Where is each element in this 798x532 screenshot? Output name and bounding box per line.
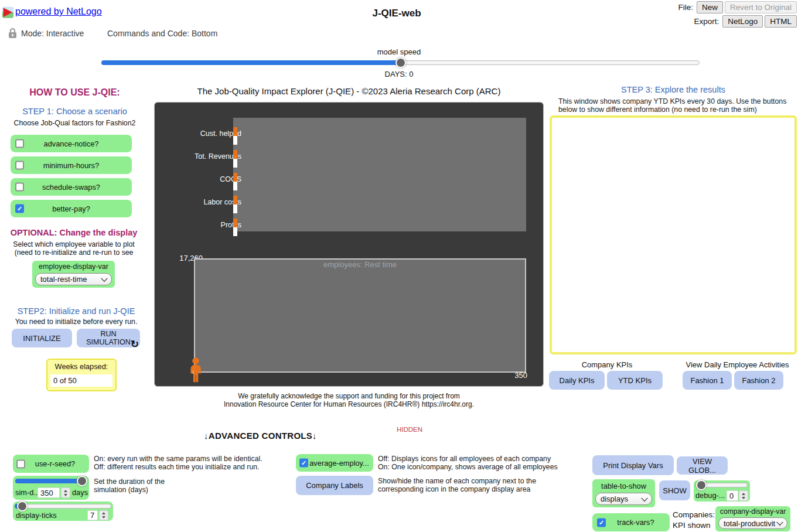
debug-spinner[interactable]	[739, 490, 748, 501]
companies-label-line2: KPI shown	[673, 521, 711, 530]
chooser-label: company-display-var	[715, 507, 790, 516]
optional-line1: Select which employee variable to plot	[0, 240, 148, 248]
sim-duration-slider[interactable]: sim-d... 350 days	[13, 476, 89, 500]
run-simulation-button[interactable]: RUN SIMULATION	[77, 329, 140, 347]
employee-display-var-chooser: employee-display-var total-rest-time	[32, 261, 115, 288]
debug-value-input[interactable]: 0	[727, 490, 738, 501]
kpi-bar-orange	[233, 196, 237, 204]
optional-line2: (need to re-initialize and re-run to see	[0, 248, 148, 257]
plot-series-label: employees: Rest time	[195, 260, 525, 269]
slider-label: debug-...	[695, 491, 725, 500]
table-to-show-select[interactable]: displays	[595, 493, 652, 505]
export-label: Export:	[694, 17, 719, 26]
company-labels-desc1: Show/hide the name of each company next …	[378, 477, 536, 485]
employee-person-icon	[187, 357, 204, 383]
chevron-down-icon	[776, 519, 783, 526]
average-employees-checkbox[interactable]	[299, 459, 308, 468]
company-display-var-select[interactable]: total-productivit	[718, 517, 787, 529]
selected-value: displays	[601, 495, 628, 503]
track-vars-checkbox[interactable]	[597, 518, 606, 527]
step3-desc-line2: below to show different information (no …	[558, 105, 757, 114]
ytd-kpis-button[interactable]: YTD KPIs	[607, 371, 663, 390]
switch-label: use-r-seed?	[27, 459, 75, 468]
model-title: The Job-Quality Impact Explorer (J-QIE) …	[154, 86, 544, 96]
advance-notice-checkbox[interactable]	[15, 139, 24, 148]
slider-label: sim-d...	[15, 488, 40, 497]
avg-emp-desc2: On: One icon/company, shows average of a…	[378, 463, 558, 471]
app-root: powered by NetLogo J-QIE-web File: New R…	[0, 0, 798, 532]
switch-schedule-swaps[interactable]: schedule-swaps?	[11, 178, 132, 196]
view-daily-label: View Daily Employee Activities	[677, 360, 798, 369]
plot-x-max: 350	[506, 371, 527, 380]
kpi-bar-orange	[233, 150, 237, 159]
employee-display-var-select[interactable]: total-rest-time	[35, 273, 112, 285]
debug-knob[interactable]	[696, 480, 707, 490]
sim-duration-value-input[interactable]: 350	[37, 487, 60, 498]
sim-duration-desc1: Set the duration of the	[94, 478, 165, 486]
weeks-value: 0 of 50	[50, 374, 112, 387]
minimum-hours-checkbox[interactable]	[15, 161, 24, 170]
schedule-swaps-checkbox[interactable]	[15, 183, 24, 192]
sim-duration-spinner[interactable]	[61, 487, 70, 498]
file-new-button[interactable]: New	[697, 1, 723, 13]
netlogo-logo-icon	[2, 6, 14, 18]
chooser-label: table-to-show	[592, 482, 655, 490]
use-r-seed-desc1: On: every run with the same params will …	[94, 455, 262, 463]
file-label: File:	[678, 3, 693, 12]
model-speed-knob[interactable]	[395, 57, 406, 68]
daily-kpis-button[interactable]: Daily KPIs	[549, 371, 605, 390]
kpi-bar-white	[233, 204, 237, 213]
switch-track-vars[interactable]: track-vars?	[592, 513, 670, 531]
hidden-badge: HIDDEN	[397, 426, 422, 433]
model-speed-slider[interactable]	[101, 57, 700, 68]
avg-emp-desc1: Off: Displays icons for all employees of…	[378, 455, 551, 463]
display-ticks-slider[interactable]: display-ticks 7	[13, 502, 113, 521]
kpi-bar-white	[233, 159, 237, 168]
powered-by-netlogo-link[interactable]: powered by NetLogo	[15, 6, 102, 17]
switch-label: advance-notice?	[44, 139, 99, 148]
step3-desc-line1: This window shows company YTD KPIs every…	[558, 97, 786, 105]
fashion2-button[interactable]: Fashion 2	[734, 371, 783, 390]
company-labels-button[interactable]: Company Labels	[296, 476, 373, 495]
display-ticks-knob[interactable]	[17, 501, 28, 511]
fashion1-button[interactable]: Fashion 1	[683, 371, 732, 390]
mode-label: Mode: Interactive	[21, 29, 84, 38]
file-revert-button: Revert to Original	[725, 1, 797, 13]
use-r-seed-checkbox[interactable]	[16, 459, 25, 468]
kpi-label: Profits	[155, 221, 241, 229]
selected-value: total-productivit	[724, 519, 775, 528]
kpi-output-box	[550, 115, 797, 354]
employee-plot-area: employees: Rest time	[194, 258, 526, 373]
ack-line1: We gratefully acknowledge the support an…	[154, 393, 544, 401]
step1-heading: STEP 1: Choose a scenario	[6, 107, 144, 116]
kpi-label: Labor costs	[155, 198, 241, 206]
switch-use-r-seed[interactable]: use-r-seed?	[13, 455, 89, 473]
export-netlogo-button[interactable]: NetLogo	[722, 15, 763, 28]
switch-advance-notice[interactable]: advance-notice?	[11, 135, 132, 152]
company-display-var-chooser: company-display-var total-productivit	[715, 506, 790, 531]
show-button[interactable]: SHOW	[659, 480, 690, 500]
kpi-bar-orange	[233, 219, 237, 227]
better-pay-checkbox[interactable]	[15, 204, 24, 213]
switch-minimum-hours[interactable]: minimum-hours?	[11, 156, 132, 174]
lock-icon	[8, 28, 17, 39]
view-globals-button[interactable]: VIEW GLOB...	[677, 456, 728, 475]
switch-average-employees[interactable]: average-employ...	[296, 454, 373, 472]
commands-label: Commands and Code: Bottom	[107, 29, 217, 38]
debug-slider[interactable]: debug-... 0	[694, 480, 750, 502]
initialize-button[interactable]: INITIALIZE	[12, 329, 72, 347]
display-ticks-value-input[interactable]: 7	[87, 510, 98, 520]
export-html-button[interactable]: HTML	[765, 15, 797, 28]
switch-better-pay[interactable]: better-pay?	[11, 200, 132, 217]
advanced-controls-toggle[interactable]: ↓ADVANCED CONTROLS↓	[204, 431, 317, 441]
display-ticks-spinner[interactable]	[99, 510, 108, 520]
kpi-bar-orange	[233, 127, 237, 136]
sim-duration-knob[interactable]	[77, 476, 87, 486]
slider-label: display-ticks	[16, 511, 57, 520]
selected-value: total-rest-time	[40, 275, 87, 284]
days-counter: DAYS: 0	[0, 70, 798, 79]
ack-line2: Innovation Resource Center for Human Res…	[154, 401, 544, 409]
switch-label: minimum-hours?	[43, 161, 99, 170]
switch-label: average-employ...	[300, 459, 369, 468]
print-display-vars-button[interactable]: Print Display Vars	[592, 455, 674, 475]
